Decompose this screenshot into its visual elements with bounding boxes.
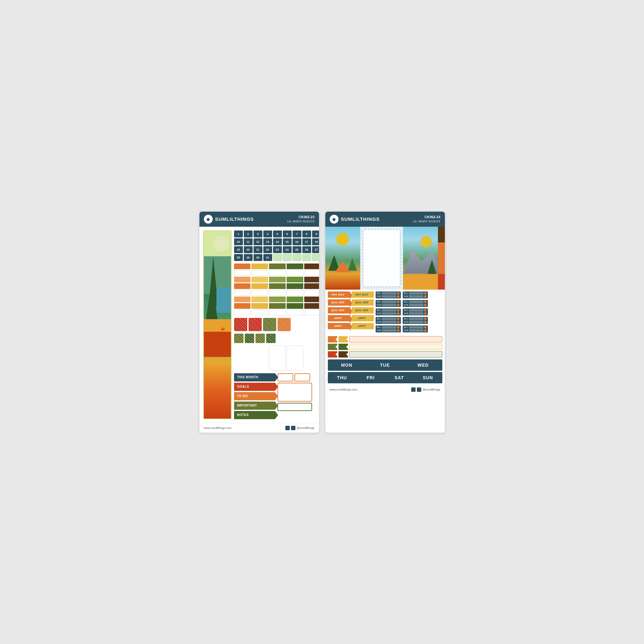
logo-icon-right: ◆ [330, 215, 339, 224]
sticker-dayoff-3: DAY OFF [352, 299, 374, 306]
num-18: 18 [312, 238, 319, 245]
number-row-4: 28 29 30 31 [234, 254, 319, 261]
bill-2: BILL DUE [376, 300, 401, 307]
pattern-orange-1 [277, 318, 291, 331]
right-card: ◆ SUMLILTHINGS CK062-24 LIL' MISFIT SCOU… [325, 212, 445, 433]
num-15: 15 [283, 238, 291, 245]
num-20: 20 [244, 246, 252, 253]
bill-7: BILL DUE [403, 300, 428, 307]
strip-brown-1 [304, 264, 319, 269]
header-left: ◆ SUMLILTHINGS [204, 215, 254, 224]
strip-white-8 [269, 290, 286, 296]
bill-9: BILL DUE [403, 317, 428, 324]
washi-flag-brown-1 [339, 351, 348, 358]
strip-lt-yellow-2 [251, 297, 268, 302]
day-mon: MON [328, 359, 366, 371]
note-sticker [363, 229, 401, 287]
num-26: 26 [302, 246, 311, 253]
strip-white-13 [269, 310, 286, 315]
white-box-sm-2 [294, 373, 310, 381]
strip-orange-2 [234, 283, 251, 289]
num-16: 16 [292, 238, 301, 245]
strip-orange-3 [234, 303, 251, 309]
day-fri: FRI [357, 372, 385, 383]
pattern-section [234, 318, 319, 331]
banner-important: IMPORTANT [234, 402, 275, 410]
arrow-stickers-right: PAY DAY DAY OFF DAY OFF APPT APPT [352, 291, 374, 332]
pattern-green-2 [266, 334, 275, 343]
strip-lt-green-2 [286, 297, 303, 302]
svg-rect-5 [216, 288, 231, 313]
labels-right [277, 373, 312, 411]
num-4: 4 [263, 230, 272, 237]
tall-strip-yellow [251, 346, 267, 371]
strip-lt-green-1 [286, 277, 303, 282]
strip-white-14 [286, 310, 303, 315]
strip-olive-1 [269, 264, 286, 269]
num-empty-1 [273, 254, 282, 261]
instagram-icon-left [285, 426, 290, 430]
tall-strip-orange [234, 346, 250, 371]
strip-green-1 [286, 264, 303, 269]
num-25: 25 [292, 246, 301, 253]
num-31: 31 [263, 254, 272, 261]
strip-white-3 [269, 270, 286, 276]
rs-brown [438, 227, 445, 242]
brand-name-left: SUMLILTHINGS [215, 216, 254, 222]
right-strips-col [438, 227, 445, 290]
strip-white-4 [286, 270, 303, 276]
num-14: 14 [273, 238, 282, 245]
rs-orange [438, 242, 445, 274]
tent [335, 261, 351, 272]
facebook-icon-right [417, 387, 421, 392]
product-code-left: CK062-23 [287, 215, 314, 219]
strip-brown-2 [304, 277, 319, 282]
strip-lt-olive-2 [269, 297, 286, 302]
strip-brown-3 [304, 283, 319, 289]
washi-flag-orange-1 [328, 336, 337, 342]
num-22: 22 [263, 246, 272, 253]
num-empty-2 [283, 254, 291, 261]
bill-4: BILL DUE [376, 317, 401, 324]
number-grid: 1 2 3 4 5 6 7 8 9 10 11 12 13 [234, 230, 319, 261]
instagram-icon-right [411, 387, 416, 392]
strip-lt-olive-1 [269, 277, 286, 282]
bill-3: BILL DUE [376, 308, 401, 315]
strip-olive-2 [269, 283, 286, 289]
arrow-stickers-left: PAY DAY DAY OFF DAY OFF APPT APPT [328, 291, 350, 332]
product-subtitle-right: LIL' MISFIT SCOUTS [413, 219, 440, 224]
num-29: 29 [244, 254, 252, 261]
strip-olive-3 [269, 303, 286, 309]
header-right-right: CK062-24 LIL' MISFIT SCOUTS [413, 215, 440, 224]
day-row-1: MON TUE WED [328, 359, 442, 371]
pattern-olive-3 [255, 334, 265, 343]
washi-row-2 [328, 344, 442, 350]
banner-this-month: THIS MONTH [234, 373, 275, 381]
strip-yellow-2 [251, 283, 268, 289]
strip-white-1 [234, 270, 251, 276]
num-21: 21 [253, 246, 262, 253]
num-10: 10 [234, 238, 243, 245]
sun-left [336, 233, 349, 246]
facebook-icon-left [291, 426, 295, 430]
banner-todo: TO DO [234, 392, 275, 400]
num-28: 28 [234, 254, 243, 261]
left-card-footer: www.sumlilthings.com @sumlilthings [199, 423, 319, 433]
svg-point-1 [213, 236, 229, 252]
camp-scene-right [403, 227, 438, 290]
washi-row-3 [328, 351, 442, 358]
washi-bar-yellow-1 [349, 344, 442, 350]
num-11: 11 [244, 238, 252, 245]
num-1: 1 [234, 230, 243, 237]
num-17: 17 [302, 238, 311, 245]
white-box-wide [277, 403, 312, 411]
strip-white-9 [286, 290, 303, 296]
washi-flag-red-1 [328, 351, 337, 358]
strip-white-7 [251, 290, 268, 296]
strip-yellow-1 [251, 264, 268, 269]
bill-6: BILL DUE [403, 291, 428, 298]
left-card: ◆ SUMLILTHINGS CK062-23 LIL' MISFIT SCOU… [199, 212, 319, 433]
social-handle-right: @sumlilthings [423, 388, 440, 391]
rs-red [438, 274, 445, 290]
tall-strip-white-1 [269, 346, 285, 371]
